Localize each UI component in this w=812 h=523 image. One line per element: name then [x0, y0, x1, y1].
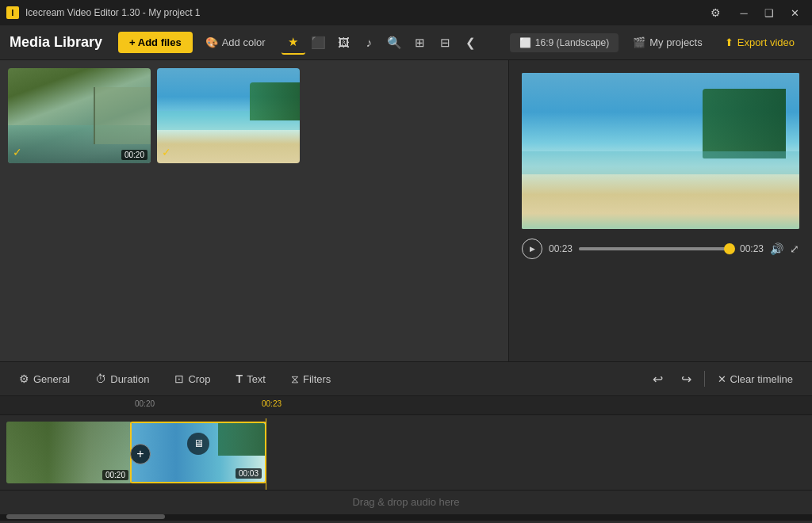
aspect-ratio-icon: ⬜: [519, 37, 531, 48]
media-library-panel: ✓ 00:20 ✓: [0, 60, 509, 361]
fullscreen-button[interactable]: ⤢: [790, 242, 799, 255]
timeline-toolbar: ⚙ General ⏱ Duration ⊡ Crop T Text ⧖ Fil…: [0, 361, 812, 396]
duration-badge-1: 00:20: [121, 150, 147, 160]
right-controls: ⬜ 16:9 (Landscape) 🎬 My projects ⬆ Expor…: [510, 32, 802, 52]
close-button[interactable]: ✕: [783, 4, 806, 21]
media-library-title: Media Library: [10, 34, 102, 51]
ruler-mark-2: 00:23: [262, 399, 282, 408]
add-color-button[interactable]: 🎨 Add color: [199, 33, 272, 52]
timeline-right-controls: ↩ ↪ ✕ Clear timeline: [647, 368, 799, 390]
filters-tool-button[interactable]: ⧖ Filters: [285, 369, 337, 389]
filter-video-button[interactable]: ⬛: [307, 31, 331, 55]
clear-timeline-button[interactable]: ✕ Clear timeline: [711, 370, 799, 388]
timeline: 00:20 00:23 00:20 + 🖥 00:03 Drag & drop …: [0, 396, 812, 523]
check-icon-1: ✓: [13, 146, 22, 158]
divider: [704, 371, 705, 387]
text-tool-button[interactable]: T Text: [230, 369, 272, 388]
filter-toolbar: ★ ⬛ 🖼 ♪ 🔍 ⊞ ⊟ ❮: [282, 31, 483, 55]
redo-button[interactable]: ↪: [676, 368, 698, 390]
app-icon: I: [6, 6, 19, 19]
preview-controls: ▶ 00:23 00:23 🔊 ⤢: [522, 239, 799, 259]
restore-button[interactable]: ❑: [758, 4, 780, 21]
general-icon: ⚙: [19, 372, 29, 385]
grid-9-button[interactable]: ⊟: [434, 31, 458, 55]
crop-tool-button[interactable]: ⊡ Crop: [168, 369, 216, 388]
settings-button[interactable]: ⚙: [704, 4, 726, 21]
playhead-line: [266, 418, 266, 490]
projects-icon: 🎬: [633, 36, 645, 48]
progress-bar[interactable]: [579, 247, 733, 250]
clip-type-icon: 🖥: [187, 433, 209, 455]
progress-handle[interactable]: [724, 243, 735, 254]
timeline-audio-track[interactable]: Drag & drop audio here: [0, 490, 812, 513]
check-icon-2: ✓: [162, 146, 171, 158]
timeline-scrollbar-thumb[interactable]: [6, 514, 165, 519]
palette-icon: 🎨: [205, 36, 218, 48]
minimize-button[interactable]: ─: [733, 4, 755, 21]
progress-fill: [579, 247, 733, 250]
timeline-track: 00:20 + 🖥 00:03: [0, 418, 812, 490]
preview-video: [522, 73, 799, 229]
duration-tool-button[interactable]: ⏱ Duration: [89, 369, 155, 388]
play-button[interactable]: ▶: [522, 239, 542, 259]
aspect-ratio-button[interactable]: ⬜ 16:9 (Landscape): [510, 33, 619, 52]
clear-icon: ✕: [718, 373, 726, 385]
play-icon: ▶: [530, 245, 535, 253]
clip-2-duration: 00:03: [236, 468, 262, 479]
crop-icon: ⊡: [174, 372, 184, 385]
duration-icon: ⏱: [95, 372, 106, 385]
timeline-ruler: 00:20 00:23: [0, 396, 812, 415]
export-button[interactable]: ⬆ Export video: [717, 32, 802, 52]
window-controls: ─ ❑ ✕: [733, 4, 806, 21]
search-button[interactable]: 🔍: [383, 31, 407, 55]
filters-icon: ⧖: [291, 372, 299, 386]
clip-1-duration: 00:20: [102, 470, 128, 480]
header-toolbar: Media Library + Add files 🎨 Add color ★ …: [0, 25, 812, 60]
filter-audio-button[interactable]: ♪: [358, 31, 381, 55]
back-button[interactable]: ❮: [459, 31, 483, 55]
media-item-2[interactable]: ✓: [157, 68, 300, 163]
undo-button[interactable]: ↩: [647, 368, 669, 390]
text-icon: T: [236, 372, 243, 385]
titlebar: I Icecream Video Editor 1.30 - My projec…: [0, 0, 812, 25]
timeline-clip-1[interactable]: 00:20: [6, 422, 132, 483]
add-clip-button[interactable]: +: [130, 444, 151, 464]
app-title: Icecream Video Editor 1.30 - My project …: [25, 7, 698, 18]
filter-image-button[interactable]: 🖼: [332, 31, 356, 55]
filter-all-button[interactable]: ★: [282, 31, 305, 55]
current-time: 00:23: [549, 243, 573, 254]
grid-4-button[interactable]: ⊞: [408, 31, 432, 55]
add-files-button[interactable]: + Add files: [118, 32, 193, 53]
preview-panel: ▶ 00:23 00:23 🔊 ⤢: [509, 60, 812, 361]
monitor-icon: 🖥: [193, 437, 204, 449]
export-icon: ⬆: [725, 36, 733, 48]
total-time: 00:23: [740, 243, 764, 254]
main-area: ✓ 00:20 ✓ ▶ 00:23: [0, 60, 812, 361]
my-projects-button[interactable]: 🎬 My projects: [625, 32, 710, 52]
general-tool-button[interactable]: ⚙ General: [13, 369, 76, 388]
ruler-mark-1: 00:20: [135, 399, 155, 408]
timeline-scrollbar[interactable]: [0, 514, 812, 521]
media-item-1[interactable]: ✓ 00:20: [8, 68, 151, 163]
volume-button[interactable]: 🔊: [770, 242, 783, 255]
